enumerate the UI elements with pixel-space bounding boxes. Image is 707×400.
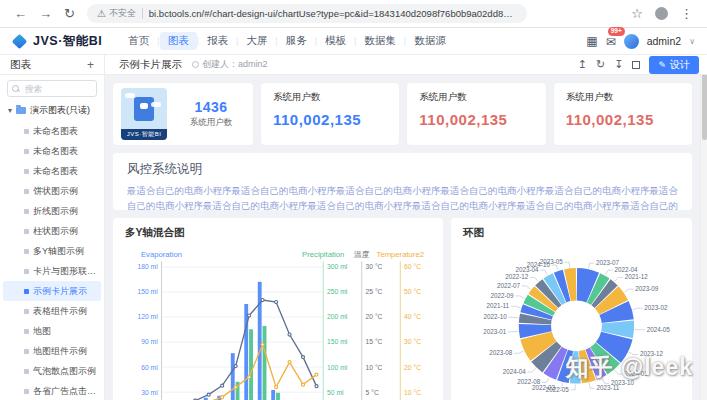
bar-Precipitation bbox=[249, 329, 253, 400]
upload-icon[interactable]: ↥ bbox=[578, 59, 587, 70]
browser-profile-avatar[interactable] bbox=[655, 7, 668, 20]
sidebar-item[interactable]: 未命名图表 bbox=[3, 161, 101, 181]
nav-item-3[interactable]: 报表 bbox=[199, 32, 236, 50]
stat-value: 110,002,135 bbox=[419, 111, 533, 128]
axis-name: Evaporation bbox=[141, 250, 182, 259]
back-icon[interactable]: ← bbox=[14, 6, 27, 21]
search-input[interactable] bbox=[23, 83, 92, 95]
donut-chart-card: 环图 2023-072022-042021-122023-092023-0220… bbox=[451, 218, 692, 400]
page-scrollbar[interactable] bbox=[700, 28, 707, 400]
donut-label: 2023-09 bbox=[635, 285, 659, 292]
warning-icon: ⚠ bbox=[97, 8, 106, 19]
refresh-icon[interactable]: ↻ bbox=[596, 59, 605, 70]
axis-name: Temperature2 bbox=[377, 250, 424, 259]
forward-icon[interactable]: → bbox=[39, 6, 52, 21]
address-bar[interactable]: ⚠ 不安全 bi.bctools.cn/#/chart-design-ui/ch… bbox=[87, 4, 527, 23]
sidebar-item[interactable]: 地图组件示例 bbox=[3, 341, 101, 361]
point-Temperature2 bbox=[221, 396, 224, 399]
nav-item-4[interactable]: 大屏 bbox=[238, 32, 275, 50]
cloud-shape bbox=[151, 102, 161, 107]
browser-menu-icon[interactable]: ⋮ bbox=[680, 6, 693, 21]
point-Temperature2 bbox=[301, 383, 304, 386]
sidebar-item[interactable]: 多Y轴图示例 bbox=[3, 241, 101, 261]
fullscreen-icon[interactable] bbox=[632, 61, 640, 69]
creator-label: 创建人：admin2 bbox=[202, 58, 268, 71]
sidebar-item[interactable]: 未命名图表 bbox=[3, 141, 101, 161]
sidebar-item[interactable]: 未命名图表 bbox=[3, 121, 101, 141]
sidebar-item[interactable]: 饼状图示例 bbox=[3, 181, 101, 201]
design-button[interactable]: ✎ 设计 bbox=[649, 56, 699, 74]
axis-tick-label: 20 °C bbox=[366, 313, 383, 320]
sidebar-item[interactable]: 卡片与图形联动示例 bbox=[3, 261, 101, 281]
bar-Evaporation bbox=[271, 390, 275, 400]
axis-tick-label: 60 °C bbox=[404, 263, 421, 270]
user-name[interactable]: admin2 bbox=[647, 35, 681, 47]
notifications-button[interactable]: ✉ 99+ bbox=[606, 32, 616, 50]
app-logo[interactable]: JVS·智能BI bbox=[12, 33, 102, 50]
sidebar-item[interactable]: 柱状图示例 bbox=[3, 221, 101, 241]
sidebar-item[interactable]: 各省广告点击量对比分析 bbox=[3, 381, 101, 400]
sidebar: ▾ 演示图表(只读) 未命名图表未命名图表未命名图表饼状图示例折线图示例柱状图示… bbox=[0, 75, 105, 400]
creator-icon bbox=[192, 61, 199, 68]
nav-item-7[interactable]: 数据集 bbox=[356, 32, 404, 50]
chart-item-icon bbox=[24, 329, 29, 334]
card-illustration: JVS·智能BI bbox=[121, 88, 167, 140]
nav-item-6[interactable]: 模板 bbox=[317, 32, 354, 50]
risk-title: 风控系统说明 bbox=[127, 161, 678, 178]
sidebar-item-label: 多Y轴图示例 bbox=[33, 245, 84, 258]
bar-Evaporation bbox=[244, 304, 248, 400]
chevron-down-icon[interactable]: ∨ bbox=[689, 37, 695, 46]
browser-address-bar: ← → ↻ ⚠ 不安全 bi.bctools.cn/#/chart-design… bbox=[0, 0, 707, 28]
card-stat: 1436系统用户数 bbox=[177, 99, 245, 129]
label-line bbox=[602, 378, 609, 383]
reload-icon[interactable]: ↻ bbox=[64, 6, 75, 21]
label-line bbox=[508, 317, 518, 318]
message-icon: ✉ bbox=[606, 35, 616, 49]
sidebar-item[interactable]: 折线图示例 bbox=[3, 201, 101, 221]
apps-grid-icon[interactable]: ▦ bbox=[586, 34, 597, 48]
donut-chart[interactable]: 2023-072022-042021-122023-092023-022024-… bbox=[461, 244, 682, 400]
sidebar-item[interactable]: 地图 bbox=[3, 321, 101, 341]
nav-item-8[interactable]: 数据源 bbox=[406, 32, 454, 50]
point-Temperature2 bbox=[275, 386, 278, 389]
chart-item-icon bbox=[24, 209, 29, 214]
download-icon[interactable]: ↧ bbox=[614, 59, 623, 70]
logo-icon bbox=[12, 33, 28, 49]
sidebar-item-label: 饼状图示例 bbox=[33, 185, 78, 198]
multi-axis-chart[interactable]: Evaporation180 ml150 ml120 ml90 ml60 ml3… bbox=[123, 244, 433, 400]
label-line bbox=[515, 296, 524, 299]
nav-item-5[interactable]: 服务 bbox=[278, 32, 315, 50]
bookmark-star-icon[interactable]: ☆ bbox=[631, 6, 643, 21]
sidebar-item[interactable]: 表格组件示例 bbox=[3, 301, 101, 321]
point-温度 bbox=[221, 384, 224, 387]
sidebar-folder[interactable]: ▾ 演示图表(只读) bbox=[0, 97, 104, 121]
donut-label: 2023-01 bbox=[483, 328, 507, 335]
search-icon bbox=[12, 85, 20, 93]
axis-tick-label: 200 ml bbox=[327, 313, 348, 320]
mailbox-shape bbox=[134, 97, 154, 121]
donut-label: 2024-05 bbox=[647, 326, 671, 333]
point-温度 bbox=[301, 356, 304, 359]
sidebar-item[interactable]: 气泡散点图示例 bbox=[3, 361, 101, 381]
sidebar-tree: 未命名图表未命名图表未命名图表饼状图示例折线图示例柱状图示例多Y轴图示例卡片与图… bbox=[0, 121, 104, 400]
donut-label: 2024-04 bbox=[503, 368, 527, 375]
axis-tick-label: 20 °C bbox=[404, 364, 421, 371]
point-Temperature2 bbox=[248, 376, 251, 379]
nav-item-1[interactable]: 首页 bbox=[120, 32, 157, 50]
label-line bbox=[511, 306, 521, 308]
axis-tick-label: 150 ml bbox=[137, 288, 158, 295]
add-chart-button[interactable]: + bbox=[87, 59, 94, 71]
sidebar-item-label: 折线图示例 bbox=[33, 205, 78, 218]
sidebar-item[interactable]: 示例卡片展示 bbox=[3, 281, 101, 301]
nav-item-2[interactable]: 图表 bbox=[160, 32, 197, 50]
donut-label: 2022-10 bbox=[484, 313, 508, 320]
label-line bbox=[542, 378, 549, 383]
axis-tick-label: 30 °C bbox=[366, 263, 383, 270]
chart-item-icon bbox=[24, 289, 29, 294]
axis-tick-label: 10 °C bbox=[404, 389, 421, 396]
main-content: JVS·智能BI1436系统用户数系统用户数110,002,135系统用户数11… bbox=[105, 75, 700, 400]
label-line bbox=[514, 351, 523, 353]
user-avatar[interactable] bbox=[624, 34, 639, 49]
sidebar-search[interactable] bbox=[7, 80, 97, 97]
axis-tick-label: 15 °C bbox=[366, 338, 383, 345]
